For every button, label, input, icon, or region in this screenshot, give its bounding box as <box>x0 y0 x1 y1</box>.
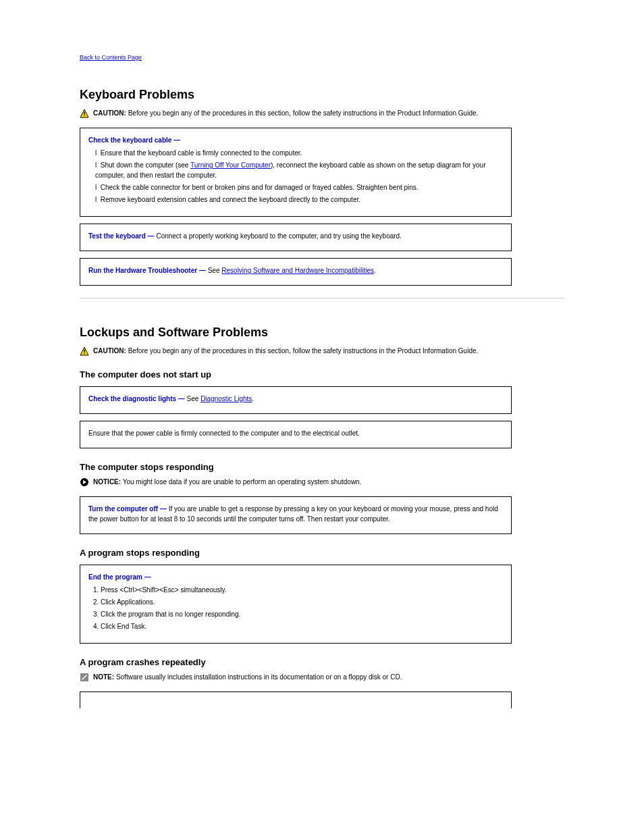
caution-keyboard: CAUTION: Before you begin any of the pro… <box>80 109 564 118</box>
link-resolving-incompat[interactable]: Resolving Software and Hardware Incompat… <box>221 267 374 274</box>
note-software-install: NOTE: Software usually includes installa… <box>80 673 564 682</box>
back-to-contents-link[interactable]: Back to Contents Page <box>80 54 142 61</box>
notice-icon <box>80 477 89 487</box>
caution-label: CAUTION: <box>93 109 126 117</box>
caution-text: CAUTION: Before you begin any of the pro… <box>93 346 478 356</box>
svg-rect-1 <box>84 112 84 115</box>
svg-rect-4 <box>84 350 84 353</box>
list-item: l Remove keyboard extension cables and c… <box>88 194 503 205</box>
note-label: NOTE: <box>93 673 114 681</box>
lead-test-keyboard: Test the keyboard — <box>88 232 155 240</box>
box-turn-off: Turn the computer off — If you are unabl… <box>80 496 512 534</box>
caution-icon <box>80 109 89 118</box>
list-item: Click Applications. <box>101 597 503 607</box>
list-item: l Shut down the computer (see Turning Of… <box>88 160 503 180</box>
document-page: Back to Contents Page Keyboard Problems … <box>0 0 644 834</box>
box-check-keyboard-cable: Check the keyboard cable — l Ensure that… <box>80 128 512 217</box>
box-run-hardware-troubleshooter: Run the Hardware Troubleshooter — See Re… <box>80 258 512 286</box>
caution-lockups: CAUTION: Before you begin any of the pro… <box>80 346 564 356</box>
notice-text: NOTICE: You might lose data if you are u… <box>93 477 361 487</box>
subheading-stops-responding: The computer stops responding <box>80 462 564 472</box>
caution-icon <box>80 346 89 356</box>
list-item: l Check the cable connector for bent or … <box>88 182 503 192</box>
note-icon <box>80 673 89 682</box>
lead-end-program: End the program — <box>88 573 151 581</box>
caution-label: CAUTION: <box>93 347 126 355</box>
text-test-keyboard: Connect a properly working keyboard to t… <box>156 232 402 240</box>
heading-keyboard-problems: Keyboard Problems <box>80 88 564 102</box>
svg-rect-5 <box>84 353 84 354</box>
note-text: NOTE: Software usually includes installa… <box>93 673 402 682</box>
list-item: Press <Ctrl><Shift><Esc> simultaneously. <box>101 585 503 595</box>
caution-body: Before you begin any of the procedures i… <box>128 347 479 355</box>
divider <box>80 298 564 298</box>
note-body: Software usually includes installation i… <box>116 673 402 681</box>
notice-body: You might lose data if you are unable to… <box>123 478 362 486</box>
notice-label: NOTICE: <box>93 478 121 486</box>
subheading-no-start: The computer does not start up <box>80 369 564 380</box>
lead-turn-off: Turn the computer off — <box>88 505 167 513</box>
list-item: Click the program that is no longer resp… <box>101 609 503 619</box>
lead-hardware-troubleshooter: Run the Hardware Troubleshooter — <box>88 267 206 274</box>
text-power-cable: Ensure that the power cable is firmly co… <box>88 429 360 437</box>
list-item: Click End Task. <box>101 621 503 631</box>
link-diagnostic-lights[interactable]: Diagnostic Lights <box>200 395 252 402</box>
link-turning-off-computer[interactable]: Turning Off Your Computer <box>190 161 271 169</box>
heading-lockups: Lockups and Software Problems <box>80 325 564 340</box>
lead-check-diag-lights: Check the diagnostic lights — <box>88 395 185 402</box>
box-test-keyboard: Test the keyboard — Connect a properly w… <box>80 224 512 251</box>
box-end-program: End the program — Press <Ctrl><Shift><Es… <box>80 565 512 644</box>
lead-check-keyboard-cable: Check the keyboard cable — <box>88 136 180 144</box>
subheading-program-stops: A program stops responding <box>80 548 564 558</box>
svg-rect-2 <box>84 115 84 116</box>
box-power-cable: Ensure that the power cable is firmly co… <box>80 421 512 448</box>
list-item: l Ensure that the keyboard cable is firm… <box>88 148 503 158</box>
caution-text: CAUTION: Before you begin any of the pro… <box>93 109 478 118</box>
back-link-line: Back to Contents Page <box>80 54 564 61</box>
end-program-steps: Press <Ctrl><Shift><Esc> simultaneously.… <box>101 585 503 631</box>
notice-data-loss: NOTICE: You might lose data if you are u… <box>80 477 564 487</box>
see-label: See <box>208 267 222 274</box>
caution-body: Before you begin any of the procedures i… <box>128 109 479 117</box>
box-cut-off <box>80 692 512 708</box>
subheading-program-crashes: A program crashes repeatedly <box>80 657 564 667</box>
box-check-diag-lights: Check the diagnostic lights — See Diagno… <box>80 386 512 414</box>
